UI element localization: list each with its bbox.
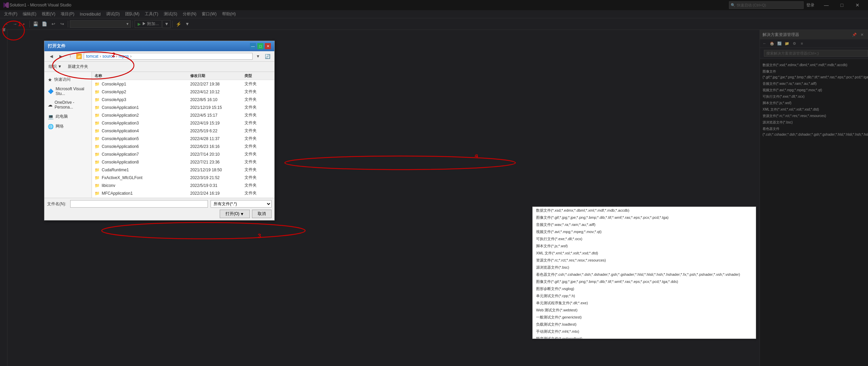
sidebar-item-label: 此电脑 <box>56 114 68 119</box>
file-item[interactable]: 📁ConsoleApplication42022/5/19 6:22文件夹 <box>92 127 274 135</box>
file-type-item[interactable]: XML 文件(*.xml;*.xsl;*.xslt;*.xsd;*.dtd) <box>533 250 756 257</box>
file-date: 2022/2/24 16:19 <box>190 191 244 196</box>
file-name: 📁ConsoleApplication6 <box>95 144 190 149</box>
file-type-item[interactable]: 视频文件(*.avi;*.mpg;*.mpeg;*.mov;*.qt) <box>533 228 756 235</box>
file-type-item[interactable]: 手动测试文件(*.mht;*.mtx) <box>533 328 756 335</box>
file-item[interactable]: 📁ConsoleApplication72022/7/14 20:10文件夹 <box>92 150 274 158</box>
file-date: 2022/6/23 16:16 <box>190 144 244 149</box>
sidebar-icon: ☁ <box>48 102 53 108</box>
open-button[interactable]: 打开(O) ▼ <box>220 210 250 218</box>
file-item[interactable]: 📁libiconv2022/5/19 0:31文件夹 <box>92 181 274 189</box>
file-type-item[interactable]: 图像文件(*.gif;*.jpg;*.jpe;*.png;*.bmp;*.dib… <box>533 278 756 285</box>
filename-label: 文件名(N): <box>47 201 67 207</box>
dialog-sidebar-item[interactable]: 🌐网络 <box>44 121 92 131</box>
file-item[interactable]: 📁ConsoleApplication62022/6/23 16:16文件夹 <box>92 142 274 150</box>
filetype-select[interactable]: 所有文件(*.*) <box>211 200 272 208</box>
col-type[interactable]: 类型 <box>244 73 272 78</box>
file-type-item[interactable]: 一般测试文件(*.generictest) <box>533 314 756 321</box>
dialog-title-bar: 打开文件 — □ ✕ <box>44 41 274 51</box>
file-date: 2022/4/12 10:12 <box>190 90 244 94</box>
sidebar-icon: 💻 <box>48 114 54 119</box>
file-date: 2022/4/28 11:37 <box>190 136 244 141</box>
file-item[interactable]: 📁ConsoleApplication22022/4/5 15:17文件夹 <box>92 111 274 119</box>
file-type: 文件夹 <box>244 120 272 126</box>
file-item[interactable]: 📁ConsoleApplication32022/4/19 15:19文件夹 <box>92 119 274 127</box>
sidebar-icon: 🔷 <box>48 89 54 94</box>
cancel-button[interactable]: 取消 <box>252 210 272 218</box>
file-date: 2022/2/27 19:38 <box>190 82 244 86</box>
dialog-sidebar-item[interactable]: 🔷Microsoft Visual Stu... <box>44 84 92 98</box>
file-date: 2022/4/5 15:17 <box>190 113 244 118</box>
file-type: 文件夹 <box>244 143 272 149</box>
col-name[interactable]: 名称 <box>95 73 190 78</box>
file-item[interactable]: 📁ConsoleApp22022/4/12 10:12文件夹 <box>92 88 274 96</box>
dialog-sidebar-item[interactable]: ☁OneDrive - Persona... <box>44 98 92 112</box>
file-type-item[interactable]: 音频文件(*.wav;*.ra;*.ram;*.au;*.aiff) <box>533 221 756 228</box>
folder-icon: 📁 <box>95 105 100 110</box>
file-name: 📁FxActiveX_MfcGLFont <box>95 175 190 180</box>
dialog-minimize[interactable]: — <box>250 43 256 49</box>
sidebar-icon: ★ <box>48 77 52 82</box>
col-date[interactable]: 修改日期 <box>190 73 244 78</box>
dialog-sidebar-item[interactable]: 💻此电脑 <box>44 112 92 121</box>
file-type: 文件夹 <box>244 182 272 188</box>
file-type-item[interactable]: 资源文件(*.rc;*.rct;*.res;*.resx;*.resources… <box>533 257 756 264</box>
dialog-refresh[interactable]: 🔄 <box>263 53 272 60</box>
file-type: 文件夹 <box>244 81 272 87</box>
dialog-file-area: 名称 修改日期 类型 📁ConsoleApp12022/2/27 19:38文件… <box>92 72 274 198</box>
new-folder-button[interactable]: 新建文件夹 <box>66 63 90 70</box>
path-part-repos[interactable]: repos <box>119 54 129 59</box>
file-name: 📁ConsoleApplication2 <box>95 113 190 118</box>
file-type-item[interactable]: 可执行文件(*.exe;*.dll;*.ocx) <box>533 235 756 243</box>
folder-icon: 📁 <box>95 144 100 149</box>
dialog-up-btn[interactable]: ↑ <box>66 53 74 60</box>
folder-icon: 📁 <box>95 175 100 180</box>
file-item[interactable]: 📁ConsoleApplication12021/12/19 15:15文件夹 <box>92 103 274 111</box>
file-item[interactable]: 📁CudaRuntime12021/12/19 18:50文件夹 <box>92 166 274 174</box>
file-type-item[interactable]: 图形诊断文件(*.vsglog) <box>533 285 756 292</box>
filetype-select-wrap: 所有文件(*.*) <box>211 200 272 208</box>
file-item[interactable]: 📁MFCApplication12022/2/24 16:19文件夹 <box>92 189 274 197</box>
folder-icon: 📁 <box>95 113 100 118</box>
file-date: 2021/12/19 15:15 <box>190 105 244 110</box>
dialog-forward-btn[interactable]: ▶ <box>57 53 65 60</box>
dialog-buttons-row: 打开(O) ▼ 取消 <box>47 210 272 218</box>
file-type-item[interactable]: 单元测试文件(*.cpp;*.h) <box>533 292 756 300</box>
path-part-source[interactable]: source <box>102 54 115 59</box>
file-type-item[interactable]: Web 测试文件(*.webtest) <box>533 307 756 314</box>
file-item[interactable]: 📁ConsoleApp32022/8/5 16:10文件夹 <box>92 96 274 103</box>
dialog-nav-bar: ◀ ▶ ↑ 📁 tomcat › source › repos › ▼ 🔄 <box>44 51 274 62</box>
file-item[interactable]: 📁FxActiveX_MfcGLFont2022/3/19 21:52文件夹 <box>92 174 274 181</box>
dialog-back-btn[interactable]: ◀ <box>47 53 55 60</box>
file-type-item[interactable]: 负载测试文件(*.loadtest) <box>533 321 756 328</box>
file-type: 文件夹 <box>244 151 272 157</box>
file-date: 2022/4/19 15:19 <box>190 121 244 126</box>
file-name: 📁ConsoleApplication3 <box>95 121 190 126</box>
path-part-tomcat[interactable]: tomcat <box>86 54 98 59</box>
dialog-body: ★快速访问🔷Microsoft Visual Stu...☁OneDrive -… <box>44 72 274 198</box>
dialog-actions-bar: 组织 ▼ 新建文件夹 <box>44 62 274 72</box>
file-type-item[interactable]: 单元测试程序集文件(*.dll;*.exe) <box>533 300 756 307</box>
file-type-item[interactable]: 脚本文件(*.js;*.wsf) <box>533 243 756 250</box>
dialog-maximize[interactable]: □ <box>257 43 263 49</box>
dialog-sidebar-item[interactable]: ★快速访问 <box>44 75 92 84</box>
file-type-item[interactable]: 图像文件(*.gif;*.jpg;*.jpe;*.png;*.bmp;*.dib… <box>533 214 756 221</box>
file-item[interactable]: 📁ConsoleApplication82022/7/21 23:36文件夹 <box>92 158 274 166</box>
file-type-item[interactable]: 源浏览器文件(*.bsc) <box>533 264 756 271</box>
dialog-title-text: 打开文件 <box>48 43 65 49</box>
file-name: 📁CudaRuntime1 <box>95 168 190 172</box>
file-name: 📁ConsoleApp2 <box>95 90 190 94</box>
file-type-item[interactable]: 着色器文件(*.csh;*.cshader;*.dsh;*.dshader;*.… <box>533 271 756 278</box>
file-item[interactable]: 📁ConsoleApp12022/2/27 19:38文件夹 <box>92 80 274 88</box>
file-type-item[interactable]: 顺序测试文件(*.orderedtest) <box>533 335 756 339</box>
file-name: 📁ConsoleApplication1 <box>95 105 190 110</box>
file-type-item[interactable]: 数据文件(*.xsd;*.edmx;*.dbml;*.xml;*.mdf;*.m… <box>533 207 756 214</box>
file-type: 文件夹 <box>244 104 272 110</box>
dialog-close[interactable]: ✕ <box>265 43 271 49</box>
dialog-path-dropdown[interactable]: ▼ <box>254 53 262 60</box>
file-item[interactable]: 📁ConsoleApplication52022/4/28 11:37文件夹 <box>92 135 274 142</box>
folder-icon: 📁 <box>95 152 100 157</box>
file-type-dropdown[interactable]: 数据文件(*.xsd;*.edmx;*.dbml;*.xml;*.mdf;*.m… <box>532 207 756 339</box>
filename-input[interactable] <box>70 200 208 208</box>
organize-button[interactable]: 组织 ▼ <box>47 63 63 70</box>
